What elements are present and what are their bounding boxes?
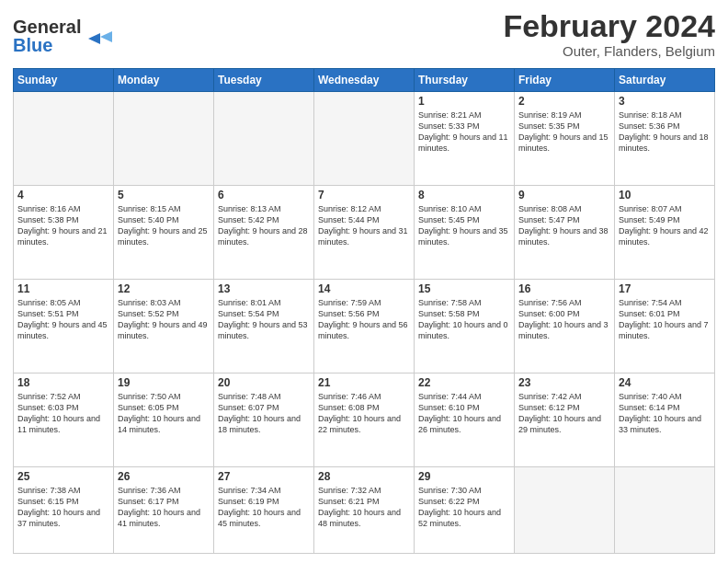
logo: General Blue (13, 13, 114, 63)
day-number: 14 (318, 282, 410, 295)
week-row-1: 4Sunrise: 8:16 AM Sunset: 5:38 PM Daylig… (14, 185, 715, 279)
calendar-table: SundayMondayTuesdayWednesdayThursdayFrid… (13, 68, 715, 554)
calendar-cell: 26Sunrise: 7:36 AM Sunset: 6:17 PM Dayli… (114, 466, 214, 553)
column-header-friday: Friday (515, 69, 615, 92)
day-info: Sunrise: 8:21 AM Sunset: 5:33 PM Dayligh… (418, 109, 510, 155)
svg-marker-3 (100, 31, 112, 42)
column-header-wednesday: Wednesday (314, 69, 415, 92)
day-info: Sunrise: 8:07 AM Sunset: 5:49 PM Dayligh… (619, 203, 711, 248)
calendar-cell: 7Sunrise: 8:12 AM Sunset: 5:44 PM Daylig… (314, 185, 415, 279)
month-title: February 2024 (503, 9, 715, 43)
day-info: Sunrise: 7:58 AM Sunset: 5:58 PM Dayligh… (418, 297, 510, 342)
day-number: 24 (619, 376, 711, 389)
calendar-cell: 2Sunrise: 8:19 AM Sunset: 5:35 PM Daylig… (515, 92, 615, 186)
day-info: Sunrise: 8:16 AM Sunset: 5:38 PM Dayligh… (17, 203, 109, 248)
calendar-cell: 19Sunrise: 7:50 AM Sunset: 6:05 PM Dayli… (114, 373, 214, 466)
calendar-cell (615, 466, 715, 553)
calendar-cell: 29Sunrise: 7:30 AM Sunset: 6:22 PM Dayli… (415, 466, 515, 553)
logo-text: General Blue (13, 13, 114, 63)
calendar-cell: 21Sunrise: 7:46 AM Sunset: 6:08 PM Dayli… (314, 373, 415, 466)
day-info: Sunrise: 7:46 AM Sunset: 6:08 PM Dayligh… (318, 391, 410, 436)
day-info: Sunrise: 7:32 AM Sunset: 6:21 PM Dayligh… (318, 485, 410, 530)
day-info: Sunrise: 7:34 AM Sunset: 6:19 PM Dayligh… (218, 485, 310, 530)
week-row-3: 18Sunrise: 7:52 AM Sunset: 6:03 PM Dayli… (14, 373, 715, 466)
day-info: Sunrise: 7:48 AM Sunset: 6:07 PM Dayligh… (218, 391, 310, 436)
calendar-cell: 11Sunrise: 8:05 AM Sunset: 5:51 PM Dayli… (14, 279, 114, 373)
title-block: February 2024 Outer, Flanders, Belgium (503, 9, 715, 59)
day-info: Sunrise: 8:10 AM Sunset: 5:45 PM Dayligh… (418, 203, 510, 248)
day-number: 22 (418, 376, 510, 389)
day-info: Sunrise: 8:08 AM Sunset: 5:47 PM Dayligh… (518, 203, 610, 248)
calendar-cell: 18Sunrise: 7:52 AM Sunset: 6:03 PM Dayli… (14, 373, 114, 466)
day-number: 25 (17, 470, 109, 483)
calendar-cell (314, 92, 415, 186)
day-info: Sunrise: 7:50 AM Sunset: 6:05 PM Dayligh… (118, 391, 210, 436)
calendar-cell: 17Sunrise: 7:54 AM Sunset: 6:01 PM Dayli… (615, 279, 715, 373)
day-number: 13 (218, 282, 310, 295)
calendar-cell: 16Sunrise: 7:56 AM Sunset: 6:00 PM Dayli… (515, 279, 615, 373)
day-number: 20 (218, 376, 310, 389)
calendar-cell: 25Sunrise: 7:38 AM Sunset: 6:15 PM Dayli… (14, 466, 114, 553)
day-info: Sunrise: 8:03 AM Sunset: 5:52 PM Dayligh… (118, 297, 210, 342)
day-info: Sunrise: 8:13 AM Sunset: 5:42 PM Dayligh… (218, 203, 310, 248)
calendar-cell: 4Sunrise: 8:16 AM Sunset: 5:38 PM Daylig… (14, 185, 114, 279)
calendar-cell: 15Sunrise: 7:58 AM Sunset: 5:58 PM Dayli… (415, 279, 515, 373)
column-header-thursday: Thursday (415, 69, 515, 92)
calendar-cell: 9Sunrise: 8:08 AM Sunset: 5:47 PM Daylig… (515, 185, 615, 279)
calendar-cell: 1Sunrise: 8:21 AM Sunset: 5:33 PM Daylig… (415, 92, 515, 186)
column-header-tuesday: Tuesday (214, 69, 314, 92)
day-info: Sunrise: 7:40 AM Sunset: 6:14 PM Dayligh… (619, 391, 711, 436)
day-info: Sunrise: 8:12 AM Sunset: 5:44 PM Dayligh… (318, 203, 410, 248)
day-number: 27 (218, 470, 310, 483)
day-number: 21 (318, 376, 410, 389)
day-number: 9 (518, 189, 610, 201)
calendar-cell: 23Sunrise: 7:42 AM Sunset: 6:12 PM Dayli… (515, 373, 615, 466)
day-info: Sunrise: 7:30 AM Sunset: 6:22 PM Dayligh… (418, 485, 510, 530)
day-number: 4 (17, 189, 109, 201)
day-info: Sunrise: 7:54 AM Sunset: 6:01 PM Dayligh… (619, 297, 711, 342)
day-number: 26 (118, 470, 210, 483)
calendar-cell: 27Sunrise: 7:34 AM Sunset: 6:19 PM Dayli… (214, 466, 314, 553)
calendar-cell: 8Sunrise: 8:10 AM Sunset: 5:45 PM Daylig… (415, 185, 515, 279)
calendar-cell: 12Sunrise: 8:03 AM Sunset: 5:52 PM Dayli… (114, 279, 214, 373)
svg-text:General: General (13, 17, 81, 37)
svg-marker-2 (88, 33, 100, 44)
day-number: 16 (518, 282, 610, 295)
calendar: SundayMondayTuesdayWednesdayThursdayFrid… (13, 68, 715, 554)
calendar-cell: 24Sunrise: 7:40 AM Sunset: 6:14 PM Dayli… (615, 373, 715, 466)
day-number: 1 (418, 95, 510, 108)
day-number: 3 (619, 95, 711, 108)
day-number: 12 (118, 282, 210, 295)
calendar-body: 1Sunrise: 8:21 AM Sunset: 5:33 PM Daylig… (14, 92, 715, 554)
column-header-saturday: Saturday (615, 69, 715, 92)
day-info: Sunrise: 7:36 AM Sunset: 6:17 PM Dayligh… (118, 485, 210, 530)
day-number: 29 (418, 470, 510, 483)
calendar-cell: 14Sunrise: 7:59 AM Sunset: 5:56 PM Dayli… (314, 279, 415, 373)
day-number: 8 (418, 189, 510, 201)
day-info: Sunrise: 8:01 AM Sunset: 5:54 PM Dayligh… (218, 297, 310, 342)
day-number: 10 (619, 189, 711, 201)
day-number: 2 (518, 95, 610, 108)
column-header-monday: Monday (114, 69, 214, 92)
calendar-cell (214, 92, 314, 186)
svg-text:Blue: Blue (13, 35, 52, 55)
day-number: 28 (318, 470, 410, 483)
day-info: Sunrise: 8:18 AM Sunset: 5:36 PM Dayligh… (619, 109, 711, 155)
day-number: 5 (118, 189, 210, 201)
day-info: Sunrise: 7:44 AM Sunset: 6:10 PM Dayligh… (418, 391, 510, 436)
day-info: Sunrise: 7:52 AM Sunset: 6:03 PM Dayligh… (17, 391, 109, 436)
week-row-0: 1Sunrise: 8:21 AM Sunset: 5:33 PM Daylig… (14, 92, 715, 186)
day-number: 17 (619, 282, 711, 295)
calendar-cell: 10Sunrise: 8:07 AM Sunset: 5:49 PM Dayli… (615, 185, 715, 279)
day-info: Sunrise: 8:05 AM Sunset: 5:51 PM Dayligh… (17, 297, 109, 342)
day-number: 7 (318, 189, 410, 201)
calendar-header: SundayMondayTuesdayWednesdayThursdayFrid… (14, 69, 715, 92)
calendar-cell: 3Sunrise: 8:18 AM Sunset: 5:36 PM Daylig… (615, 92, 715, 186)
calendar-cell (14, 92, 114, 186)
day-number: 19 (118, 376, 210, 389)
week-row-2: 11Sunrise: 8:05 AM Sunset: 5:51 PM Dayli… (14, 279, 715, 373)
day-number: 15 (418, 282, 510, 295)
day-number: 6 (218, 189, 310, 201)
day-info: Sunrise: 7:59 AM Sunset: 5:56 PM Dayligh… (318, 297, 410, 342)
column-header-sunday: Sunday (14, 69, 114, 92)
